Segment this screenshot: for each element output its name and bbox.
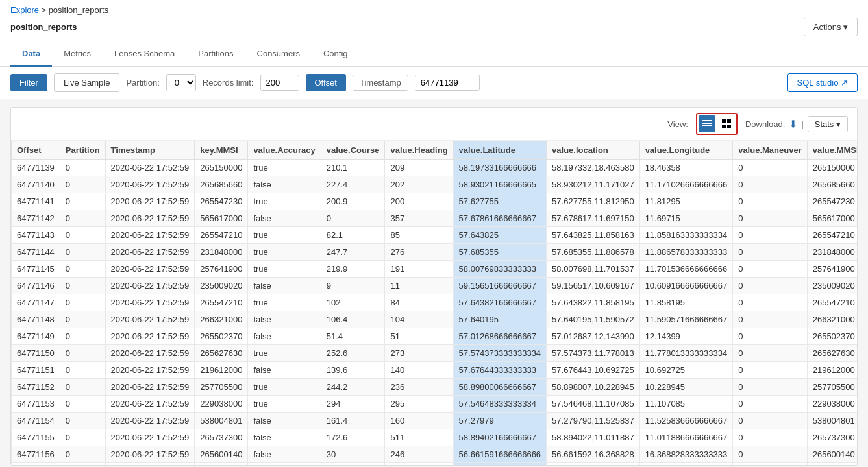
table-row: 6477115602020-06-22 17:52:59265600140fal… [12, 446, 858, 463]
view-icons [696, 113, 738, 135]
table-header-row: Offset Partition Timestamp key.MMSI valu… [12, 141, 858, 160]
col-value-location: value.location [547, 141, 640, 160]
scrollable-table[interactable]: Offset Partition Timestamp key.MMSI valu… [11, 141, 857, 465]
toolbar: Filter Live Sample Partition: 0 Records … [0, 67, 868, 99]
table-row: 6477115702020-06-22 17:52:59265522240tru… [12, 463, 858, 466]
timestamp-label: Timestamp [353, 75, 408, 91]
page-title: position_reports [10, 22, 77, 32]
table-row: 6477115502020-06-22 17:52:59265737300fal… [12, 429, 858, 446]
sql-studio-button[interactable]: SQL studio ↗ [787, 73, 858, 92]
partition-select[interactable]: 0 [166, 74, 196, 91]
tab-metrics[interactable]: Metrics [52, 42, 103, 67]
view-bar: View: Download: ⬇ | Stats ▾ [11, 108, 857, 141]
col-timestamp: Timestamp [105, 141, 195, 160]
table-row: 6477114902020-06-22 17:52:59265502370fal… [12, 328, 858, 345]
actions-button[interactable]: Actions ▾ [804, 18, 858, 36]
filter-button[interactable]: Filter [10, 74, 47, 91]
top-bar: Explore > position_reports position_repo… [0, 0, 868, 42]
download-icon[interactable]: ⬇ [789, 118, 797, 130]
svg-rect-4 [727, 119, 731, 123]
svg-rect-1 [702, 123, 712, 124]
data-table: Offset Partition Timestamp key.MMSI valu… [11, 141, 857, 465]
offset-button[interactable]: Offset [306, 74, 346, 91]
tab-partitions[interactable]: Partitions [186, 42, 245, 67]
stats-button[interactable]: Stats ▾ [808, 116, 848, 132]
view-label: View: [667, 119, 688, 129]
svg-rect-3 [722, 119, 726, 123]
table-row: 6477114002020-06-22 17:52:59265685660fal… [12, 176, 858, 193]
breadcrumb-separator: > [41, 5, 48, 15]
table-row: 6477114602020-06-22 17:52:59235009020fal… [12, 278, 858, 294]
partition-label: Partition: [126, 78, 159, 88]
svg-rect-6 [727, 125, 731, 128]
breadcrumb: Explore > position_reports [10, 5, 858, 15]
tab-lenses-schema[interactable]: Lenses Schema [103, 42, 186, 67]
col-key-mmsi: key.MMSI [195, 141, 248, 160]
table-row: 6477114102020-06-22 17:52:59265547230tru… [12, 193, 858, 210]
table-row: 6477113902020-06-22 17:52:59265150000tru… [12, 160, 858, 176]
breadcrumb-parent[interactable]: Explore [10, 5, 39, 15]
table-row: 6477114502020-06-22 17:52:59257641900tru… [12, 261, 858, 278]
col-offset: Offset [12, 141, 60, 160]
col-partition: Partition [60, 141, 105, 160]
grid-view-button[interactable] [718, 115, 735, 132]
breadcrumb-current: position_reports [49, 5, 109, 15]
records-limit-input[interactable] [260, 75, 299, 91]
col-value-mmsi: value.MMSI [807, 141, 857, 160]
table-row: 6477114202020-06-22 17:52:59565617000fal… [12, 210, 858, 227]
table-row: 6477114302020-06-22 17:52:59265547210tru… [12, 227, 858, 244]
tabs-bar: Data Metrics Lenses Schema Partitions Co… [0, 42, 868, 67]
download-separator: | [801, 119, 803, 129]
col-value-maneuver: value.Maneuver [733, 141, 808, 160]
col-value-course: value.Course [321, 141, 385, 160]
download-label: Download: [745, 119, 785, 129]
live-sample-button[interactable]: Live Sample [54, 73, 120, 92]
table-container: View: Download: ⬇ | Stats ▾ Offse [10, 107, 858, 466]
download-section: Download: ⬇ | Stats ▾ [745, 116, 848, 132]
table-row: 6477114802020-06-22 17:52:59266321000fal… [12, 311, 858, 328]
svg-rect-5 [722, 125, 726, 128]
col-value-latitude: value.Latitude [453, 141, 547, 160]
list-view-button[interactable] [699, 115, 715, 132]
table-row: 6477115002020-06-22 17:52:59265627630tru… [12, 345, 858, 362]
col-value-longitude: value.Longitude [639, 141, 733, 160]
main-content: View: Download: ⬇ | Stats ▾ Offse [0, 99, 868, 467]
table-row: 6477114702020-06-22 17:52:59265547210tru… [12, 294, 858, 311]
col-value-heading: value.Heading [385, 141, 453, 160]
tab-consumers[interactable]: Consumers [245, 42, 312, 67]
timestamp-input[interactable] [415, 75, 480, 91]
table-row: 6477114402020-06-22 17:52:59231848000tru… [12, 244, 858, 261]
records-limit-label: Records limit: [203, 78, 254, 88]
table-row: 6477115102020-06-22 17:52:59219612000fal… [12, 362, 858, 379]
table-row: 6477115402020-06-22 17:52:59538004801fal… [12, 413, 858, 429]
sql-studio-label: SQL studio ↗ [797, 78, 848, 88]
tab-data[interactable]: Data [10, 42, 52, 67]
svg-rect-0 [702, 120, 712, 121]
tab-config[interactable]: Config [312, 42, 360, 67]
table-row: 6477115302020-06-22 17:52:59229038000tru… [12, 396, 858, 413]
table-row: 6477115202020-06-22 17:52:59257705500tru… [12, 379, 858, 396]
svg-rect-2 [702, 125, 712, 126]
col-value-accuracy: value.Accuracy [248, 141, 321, 160]
